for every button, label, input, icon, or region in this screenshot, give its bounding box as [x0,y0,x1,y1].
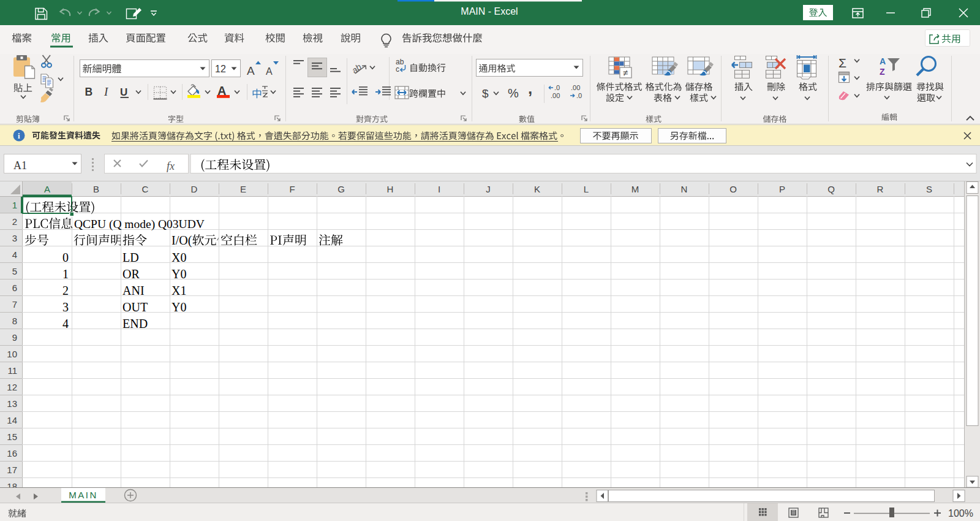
svg-text:Y0: Y0 [172,267,186,281]
svg-text:END: END [123,317,148,330]
svg-text:F: F [289,184,295,194]
svg-text:A: A [44,184,50,194]
svg-text:i: i [18,131,20,140]
svg-text:A1: A1 [13,159,27,172]
svg-text:Z: Z [880,67,885,77]
svg-text:D: D [191,184,198,194]
svg-text:H: H [387,184,394,194]
svg-text:8: 8 [12,316,17,326]
svg-text:L: L [584,184,589,194]
svg-text:X0: X0 [172,251,186,264]
svg-text:.00: .00 [551,92,560,99]
svg-text:13: 13 [7,398,17,409]
svg-text:G: G [337,184,345,194]
svg-text:4: 4 [62,317,69,330]
svg-text:5: 5 [12,266,17,276]
svg-text:17: 17 [7,465,17,475]
svg-text:12: 12 [215,64,226,74]
svg-text:0: 0 [62,251,69,264]
svg-text:1: 1 [12,200,17,210]
svg-text:MAIN: MAIN [69,490,98,500]
svg-text:S: S [926,184,932,194]
svg-text:16: 16 [7,448,17,458]
svg-text:Σ: Σ [839,56,846,70]
svg-text:X1: X1 [172,284,186,297]
svg-text:12: 12 [7,382,17,392]
svg-text:C: C [142,184,149,194]
svg-text:6: 6 [12,283,17,293]
svg-text:15: 15 [7,432,17,442]
svg-text:14: 14 [7,415,17,425]
svg-text:QCPU (Q mode) Q03UDV: QCPU (Q mode) Q03UDV [74,218,205,231]
svg-text:MAIN - Excel: MAIN - Excel [461,6,518,17]
svg-text:Y0: Y0 [172,300,186,314]
svg-text:R: R [877,184,884,194]
svg-text:LD: LD [123,251,139,264]
svg-text:%: % [508,86,519,100]
svg-text:I: I [438,184,440,194]
svg-text:A: A [266,66,273,77]
svg-text:I/O(: I/O( [172,234,192,248]
svg-text:K: K [534,184,540,194]
svg-text:OR: OR [123,267,140,281]
svg-text:M: M [631,184,639,194]
svg-text:B: B [93,184,99,194]
svg-text:Q: Q [827,184,835,194]
svg-text:P: P [779,184,785,194]
svg-text:10: 10 [7,349,17,359]
svg-text:fx: fx [167,160,175,172]
svg-text:1: 1 [62,267,69,281]
svg-text:.00: .00 [571,84,580,91]
svg-text:9: 9 [12,332,17,343]
svg-text:4: 4 [12,249,17,260]
svg-text:U: U [120,86,127,98]
svg-text:A: A [247,64,255,77]
svg-text:OUT: OUT [123,300,148,314]
svg-text:11: 11 [7,365,17,376]
svg-text:2: 2 [12,216,17,227]
svg-text:2: 2 [62,284,69,297]
svg-text:c: c [396,65,399,74]
svg-text:≠: ≠ [623,67,628,78]
svg-text:3: 3 [62,300,69,314]
svg-text:ANI: ANI [123,284,145,297]
svg-text:B: B [85,86,93,98]
svg-text:J: J [486,184,491,194]
svg-text:A: A [880,56,886,66]
svg-text:E: E [240,184,246,194]
svg-text:100%: 100% [948,508,973,519]
svg-text:,: , [528,79,532,97]
svg-text:N: N [681,184,688,194]
svg-text:7: 7 [12,299,17,310]
svg-text:$: $ [482,87,489,100]
svg-text:.0: .0 [576,92,582,99]
svg-text:3: 3 [12,233,17,243]
svg-text:O: O [729,184,737,194]
svg-text:.0: .0 [554,84,560,91]
